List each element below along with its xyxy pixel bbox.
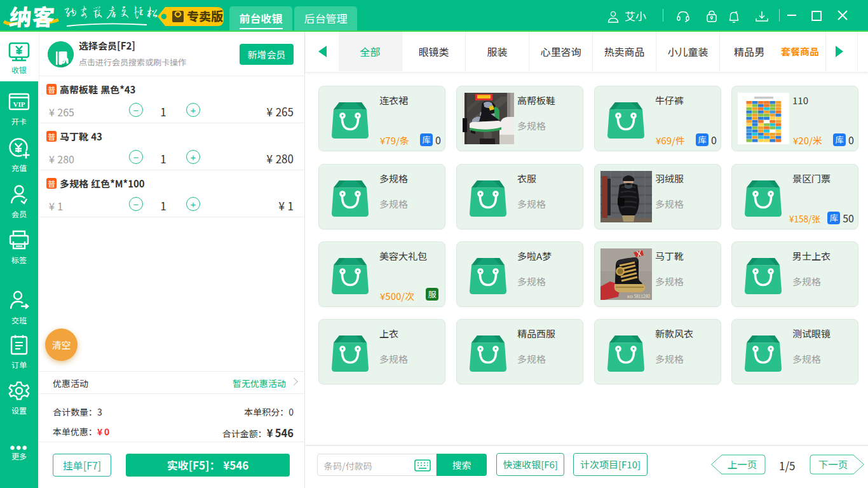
svg-text:下一页: 下一页 bbox=[818, 457, 848, 471]
svg-text:VIP: VIP bbox=[13, 98, 25, 109]
svg-text:RD 5811280: RD 5811280 bbox=[627, 293, 650, 299]
svg-text:上一页: 上一页 bbox=[728, 457, 757, 471]
